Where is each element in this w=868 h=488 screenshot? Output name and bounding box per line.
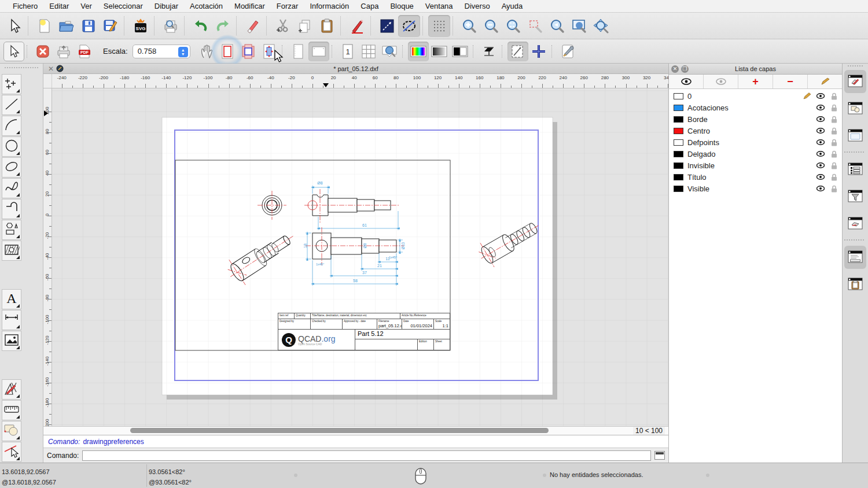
menu-diverso[interactable]: Diverso [459, 0, 496, 13]
palette-drag-handle[interactable] [5, 67, 38, 72]
open-file-button[interactable] [56, 15, 78, 37]
compress-button[interactable] [479, 42, 499, 61]
print-button[interactable] [53, 42, 74, 61]
layer-visibility-icon[interactable] [816, 93, 825, 99]
scrollbar-thumb[interactable] [130, 428, 549, 433]
property-editor-panel-toggle[interactable] [844, 158, 866, 181]
points-cross-button[interactable] [528, 42, 549, 61]
layer-visibility-icon[interactable] [816, 139, 825, 145]
pan-zoom-button[interactable] [590, 15, 612, 37]
measure-tool-button[interactable] [2, 400, 21, 420]
layer-row[interactable]: Acotaciones [669, 102, 842, 113]
layer-visibility-icon[interactable] [816, 162, 825, 168]
close-drawing-button[interactable] [32, 42, 53, 61]
menu-forzar[interactable]: Forzar [271, 0, 304, 13]
shapes-tool-button[interactable] [2, 220, 21, 240]
add-layer-button[interactable]: + [738, 75, 773, 88]
view-list-panel-toggle[interactable] [844, 124, 866, 147]
zoom-selection-button[interactable] [524, 15, 546, 37]
color-full-button[interactable] [408, 42, 429, 61]
ellipse-tool-button[interactable] [2, 157, 21, 178]
text-tool-button[interactable]: A [2, 289, 21, 309]
pdf-export-button[interactable]: PDF [74, 42, 95, 61]
arc-tool-button[interactable] [2, 116, 21, 136]
paste-button[interactable] [316, 15, 338, 37]
layer-visibility-icon[interactable] [816, 105, 825, 110]
layer-row[interactable]: Título [669, 171, 842, 183]
strip-drag-handle[interactable] [848, 65, 863, 66]
edit-layer-button[interactable] [808, 75, 842, 88]
layer-lock-icon[interactable] [829, 185, 838, 193]
grid-toggle-button[interactable] [428, 15, 450, 37]
zoom-page-button[interactable] [379, 42, 400, 61]
points-tool-button[interactable] [2, 74, 21, 94]
page-borders-button[interactable] [217, 42, 238, 61]
clipboard-panel-toggle[interactable] [844, 273, 866, 296]
page-landscape-button[interactable] [308, 42, 329, 61]
selection-filter-panel-toggle[interactable] [844, 185, 866, 208]
color-gray-button[interactable] [429, 42, 450, 61]
menu-ver[interactable]: Ver [75, 0, 98, 13]
command-panel-toggle-icon[interactable] [654, 451, 665, 460]
cut-button[interactable] [272, 15, 294, 37]
show-all-layers-button[interactable] [669, 75, 704, 88]
block-list-panel-toggle[interactable] [844, 97, 866, 120]
layer-row[interactable]: Visible [669, 183, 842, 194]
layer-visibility-icon[interactable] [816, 186, 825, 191]
zoom-auto-button[interactable] [502, 15, 524, 37]
layer-visibility-icon[interactable] [816, 174, 825, 180]
menu-información[interactable]: Información [304, 0, 355, 13]
copy-button[interactable] [294, 15, 316, 37]
new-file-button[interactable] [34, 15, 56, 37]
ellipse-slash-button[interactable] [398, 15, 420, 37]
horizontal-scrollbar[interactable]: 10 < 100 [43, 426, 668, 435]
layer-lock-icon[interactable] [829, 93, 838, 100]
layer-lock-icon[interactable] [829, 173, 838, 181]
layer-lock-icon[interactable] [829, 139, 838, 146]
menu-bloque[interactable]: Bloque [384, 0, 419, 13]
save-as-button[interactable] [100, 15, 122, 37]
layer-row[interactable]: Invisible [669, 160, 842, 171]
modify-tool-button[interactable] [2, 442, 21, 462]
layer-row[interactable]: 0 [669, 90, 842, 102]
polyline-tool-button[interactable] [2, 199, 21, 219]
layer-row[interactable]: Borde [669, 113, 842, 125]
pointer-button[interactable] [3, 15, 25, 37]
layer-lock-icon[interactable] [829, 150, 838, 158]
draw-order-button[interactable] [346, 15, 368, 37]
remove-layer-button[interactable]: − [773, 75, 808, 88]
spline-tool-button[interactable] [2, 178, 21, 198]
zoom-in-button[interactable] [458, 15, 480, 37]
layer-lock-icon[interactable] [829, 162, 838, 169]
redo-button[interactable] [212, 15, 234, 37]
library-browser-panel-toggle[interactable] [844, 212, 866, 235]
menu-acotación[interactable]: Acotación [184, 0, 229, 13]
hide-all-layers-button[interactable] [704, 75, 738, 88]
menu-ayuda[interactable]: Ayuda [496, 0, 529, 13]
layer-lock-icon[interactable] [829, 104, 838, 112]
dimension-tool-button[interactable] [2, 310, 21, 330]
svg-export-button[interactable]: SVG [130, 15, 152, 37]
scale-combobox[interactable]: 0.758 ▲▼ [133, 45, 190, 58]
eraser-button[interactable] [242, 15, 264, 37]
color-bw-button[interactable] [450, 42, 470, 61]
auto-fit-button[interactable] [259, 42, 279, 61]
page-single-button[interactable]: 1 [337, 42, 358, 61]
command-line-panel-toggle[interactable] [844, 246, 866, 269]
hatch-tool-button[interactable] [2, 241, 21, 261]
layer-visibility-icon[interactable] [816, 128, 825, 134]
menu-dibujar[interactable]: Dibujar [149, 0, 184, 13]
layer-row[interactable]: Centro [669, 125, 842, 136]
menu-ventana[interactable]: Ventana [420, 0, 459, 13]
undo-button[interactable] [190, 15, 212, 37]
line-tool-button[interactable] [2, 95, 21, 115]
draft-mode-button[interactable] [507, 42, 528, 61]
cad-tools-tool-button[interactable] [2, 379, 21, 400]
page-portrait-button[interactable] [288, 42, 308, 61]
print-preview-button[interactable] [160, 15, 182, 37]
layer-row[interactable]: Defpoints [669, 136, 842, 148]
pages-grid-button[interactable] [358, 42, 379, 61]
circle-tool-button[interactable] [2, 136, 21, 157]
line-tool-button[interactable] [376, 15, 398, 37]
drawing-viewport[interactable]: Ø8 61 [52, 88, 668, 426]
